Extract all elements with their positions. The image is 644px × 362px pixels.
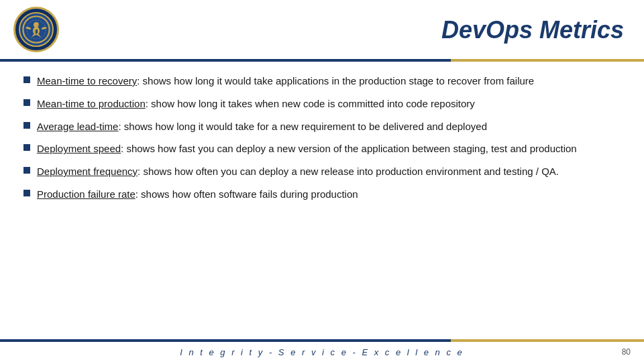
desc-2: show how long it takes when new code is … (148, 98, 475, 109)
desc-3: shows how long it would take for a new r… (121, 121, 487, 132)
bullet-square-5 (23, 167, 30, 174)
footer: I n t e g r i t y - S e r v i c e - E x … (0, 342, 644, 362)
term-6: Production failure rate (37, 188, 136, 200)
term-2: Mean-time to production (37, 98, 146, 109)
term-3: Average lead-time (37, 121, 118, 132)
bullet-square-1 (23, 76, 30, 83)
footer-tagline: I n t e g r i t y - S e r v i c e - E x … (180, 347, 464, 357)
bullet-square-3 (23, 122, 30, 129)
bullet-text-4: Deployment speed: shows how fast you can… (37, 141, 577, 156)
desc-5: shows how often you can deploy a new rel… (140, 166, 559, 177)
page-title: DevOps Metrics (441, 16, 624, 44)
term-4: Deployment speed (37, 143, 121, 154)
bullet-item-1: Mean-time to recovery: shows how long it… (23, 70, 617, 93)
bullet-text-6: Production failure rate: shows how often… (37, 187, 358, 202)
bullet-item-4: Deployment speed: shows how fast you can… (23, 137, 617, 160)
logo-circle (13, 7, 59, 52)
bullet-item-5: Deployment frequency: shows how often yo… (23, 160, 617, 183)
bullet-text-3: Average lead-time: shows how long it wou… (37, 119, 487, 134)
bullet-text-2: Mean-time to production: show how long i… (37, 97, 475, 111)
bullet-text-5: Deployment frequency: shows how often yo… (37, 164, 559, 179)
svg-point-3 (34, 22, 39, 27)
bullet-text-1: Mean-time to recovery: shows how long it… (37, 74, 534, 88)
bullet-square-6 (23, 190, 30, 196)
desc-4: shows how fast you can deploy a new vers… (123, 143, 576, 154)
term-5: Deployment frequency (37, 166, 138, 177)
term-1: Mean-time to recovery (37, 75, 137, 86)
logo-seal-icon (21, 15, 51, 44)
page-container: DevOps Metrics Mean-time to recovery: sh… (0, 0, 644, 362)
bullet-square-2 (23, 99, 30, 106)
bullet-item-2: Mean-time to production: show how long i… (23, 93, 617, 115)
desc-6: shows how often software fails during pr… (138, 188, 358, 200)
bullet-square-4 (23, 144, 30, 151)
title-container: DevOps Metrics (60, 16, 624, 44)
footer-page-number: 80 (622, 347, 631, 357)
content-area: Mean-time to recovery: shows how long it… (0, 62, 644, 339)
header: DevOps Metrics (0, 0, 644, 59)
bullet-item-6: Production failure rate: shows how often… (23, 183, 617, 206)
logo-container (13, 7, 60, 54)
bullet-item-3: Average lead-time: shows how long it wou… (23, 115, 617, 138)
desc-1: shows how long it would take application… (140, 75, 534, 86)
logo-inner (19, 12, 54, 47)
